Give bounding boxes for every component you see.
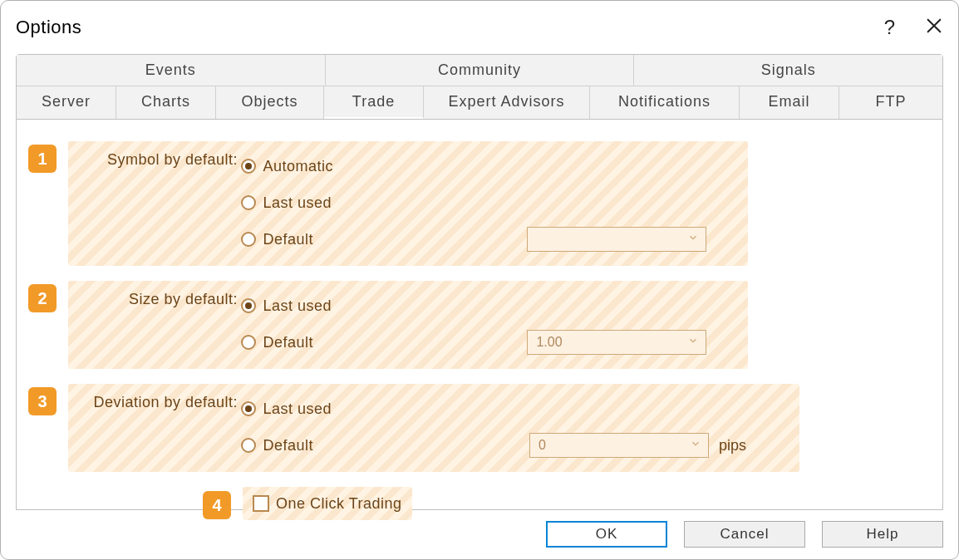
section-deviation: 3 Deviation by default: Last used Defaul… bbox=[25, 384, 934, 472]
radio-label-deviation-last-used: Last used bbox=[263, 400, 332, 418]
combo-deviation-default-value: 0 bbox=[539, 438, 546, 453]
combo-deviation-default[interactable]: 0 bbox=[529, 433, 709, 458]
chevron-down-icon bbox=[690, 438, 701, 453]
tabstrip: Events Community Signals Server Charts O… bbox=[16, 54, 943, 120]
chevron-down-icon bbox=[687, 232, 699, 247]
size-label: Size by default: bbox=[80, 287, 238, 308]
chevron-down-icon bbox=[687, 335, 699, 350]
tab-expert-advisors[interactable]: Expert Advisors bbox=[424, 86, 590, 119]
radio-size-default[interactable] bbox=[241, 335, 256, 350]
combo-size-default-value: 1.00 bbox=[536, 335, 562, 350]
tab-objects[interactable]: Objects bbox=[216, 86, 324, 119]
radio-label-symbol-last-used: Last used bbox=[263, 194, 332, 212]
dialog-footer: OK Cancel Help bbox=[1, 509, 958, 559]
deviation-panel: Deviation by default: Last used Default … bbox=[68, 384, 799, 472]
badge-1: 1 bbox=[28, 145, 57, 173]
window-title: Options bbox=[16, 17, 81, 38]
tab-community[interactable]: Community bbox=[326, 55, 635, 86]
section-size: 2 Size by default: Last used Default 1.0… bbox=[25, 281, 934, 369]
radio-size-last-used[interactable] bbox=[241, 298, 256, 313]
tab-notifications[interactable]: Notifications bbox=[590, 86, 740, 119]
radio-deviation-last-used[interactable] bbox=[241, 401, 256, 416]
tab-trade[interactable]: Trade bbox=[324, 86, 424, 119]
radio-label-size-default: Default bbox=[263, 334, 313, 351]
cancel-button[interactable]: Cancel bbox=[684, 521, 805, 548]
deviation-suffix: pips bbox=[719, 437, 746, 454]
help-button[interactable]: Help bbox=[822, 521, 943, 548]
ok-button[interactable]: OK bbox=[546, 521, 667, 548]
size-panel: Size by default: Last used Default 1.00 bbox=[68, 281, 748, 369]
combo-size-default[interactable]: 1.00 bbox=[527, 330, 706, 355]
deviation-label: Deviation by default: bbox=[80, 391, 238, 411]
radio-deviation-default[interactable] bbox=[241, 438, 256, 453]
tab-email[interactable]: Email bbox=[740, 86, 839, 119]
tab-ftp[interactable]: FTP bbox=[839, 86, 942, 119]
radio-label-symbol-automatic: Automatic bbox=[263, 158, 333, 175]
options-dialog: Options ? Events Community Signals Serve… bbox=[0, 0, 959, 560]
titlebar: Options ? bbox=[1, 1, 958, 54]
close-icon[interactable] bbox=[925, 17, 943, 38]
symbol-label: Symbol by default: bbox=[80, 148, 238, 169]
tab-content-trade: 1 Symbol by default: Automatic Last used bbox=[16, 120, 943, 510]
tab-server[interactable]: Server bbox=[17, 86, 116, 119]
tab-events[interactable]: Events bbox=[17, 55, 326, 86]
badge-2: 2 bbox=[28, 284, 57, 312]
radio-symbol-default[interactable] bbox=[241, 232, 256, 247]
radio-label-symbol-default: Default bbox=[263, 231, 313, 248]
tab-signals[interactable]: Signals bbox=[634, 55, 942, 86]
badge-3: 3 bbox=[28, 387, 57, 415]
tab-charts[interactable]: Charts bbox=[116, 86, 216, 119]
help-icon[interactable]: ? bbox=[884, 17, 895, 37]
section-symbol: 1 Symbol by default: Automatic Last used bbox=[25, 141, 934, 266]
combo-symbol-default[interactable] bbox=[527, 227, 706, 252]
radio-symbol-automatic[interactable] bbox=[241, 159, 256, 174]
radio-label-size-last-used: Last used bbox=[263, 297, 332, 315]
radio-symbol-last-used[interactable] bbox=[241, 195, 256, 210]
symbol-panel: Symbol by default: Automatic Last used D… bbox=[68, 141, 748, 266]
radio-label-deviation-default: Default bbox=[263, 437, 313, 454]
